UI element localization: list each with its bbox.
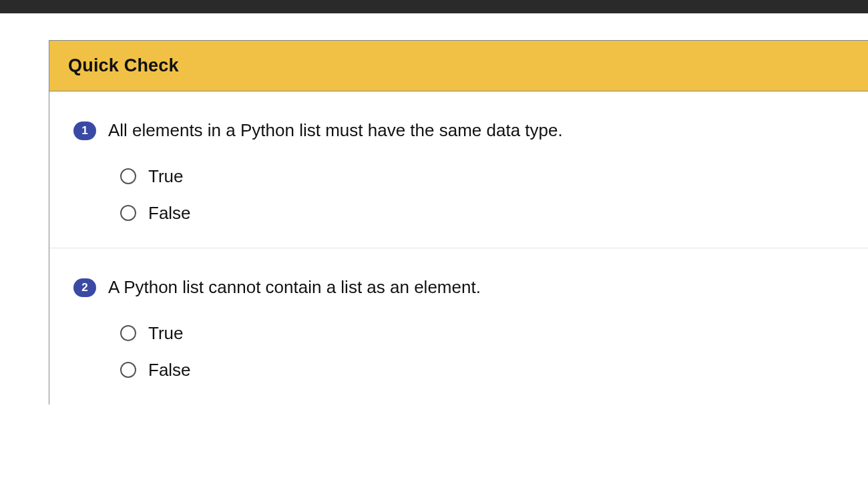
option-label: False	[148, 360, 191, 381]
question-number-badge: 2	[73, 278, 96, 297]
radio-icon	[120, 325, 136, 341]
question-options: True False	[120, 323, 844, 381]
question-number-badge: 1	[73, 121, 96, 140]
option-false[interactable]: False	[120, 360, 844, 381]
card-header: Quick Check	[49, 41, 868, 91]
option-false[interactable]: False	[120, 203, 844, 224]
option-true[interactable]: True	[120, 166, 844, 187]
option-true[interactable]: True	[120, 323, 844, 344]
radio-icon	[120, 362, 136, 378]
option-label: True	[148, 166, 184, 187]
question-options: True False	[120, 166, 844, 224]
question-prompt: A Python list cannot contain a list as a…	[108, 276, 481, 299]
question-prompt: All elements in a Python list must have …	[108, 119, 563, 142]
page-container: Quick Check 1 All elements in a Python l…	[49, 40, 868, 405]
card-title: Quick Check	[68, 55, 179, 75]
radio-icon	[120, 168, 136, 184]
question-header: 2 A Python list cannot contain a list as…	[73, 276, 844, 299]
option-label: False	[148, 203, 191, 224]
question-header: 1 All elements in a Python list must hav…	[73, 119, 844, 142]
option-label: True	[148, 323, 184, 344]
radio-icon	[120, 205, 136, 221]
question-block: 2 A Python list cannot contain a list as…	[49, 248, 868, 405]
top-bar	[0, 0, 868, 13]
quick-check-card: Quick Check 1 All elements in a Python l…	[49, 40, 868, 405]
question-block: 1 All elements in a Python list must hav…	[49, 91, 868, 248]
